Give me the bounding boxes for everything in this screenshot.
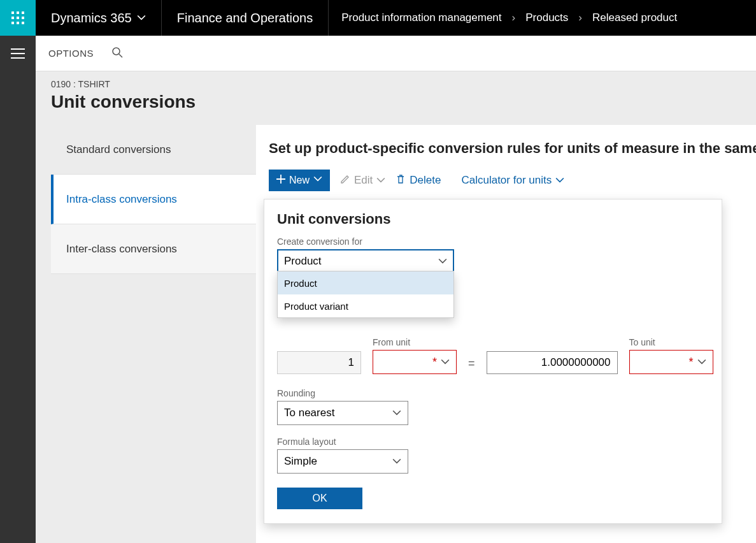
svg-rect-4 <box>17 17 19 19</box>
svg-point-12 <box>113 48 120 55</box>
page-title: Unit conversions <box>51 92 756 112</box>
svg-rect-11 <box>11 57 25 59</box>
chevron-right-icon: › <box>512 11 516 24</box>
dropdown-option-product[interactable]: Product <box>278 272 453 294</box>
dropdown-option-product-variant[interactable]: Product variant <box>278 294 453 317</box>
svg-line-13 <box>119 54 122 57</box>
chevron-down-icon <box>438 257 447 266</box>
brand-label: Dynamics 365 <box>51 11 132 25</box>
search-icon <box>111 47 123 58</box>
search-button[interactable] <box>111 47 123 61</box>
rounding-select[interactable]: To nearest <box>277 401 408 425</box>
svg-rect-7 <box>17 22 19 24</box>
svg-rect-10 <box>11 53 25 54</box>
unit-conversion-popup: Unit conversions Create conversion for P… <box>264 199 722 524</box>
svg-rect-5 <box>22 17 24 19</box>
required-icon: * <box>689 356 694 369</box>
chevron-down-icon <box>555 176 564 185</box>
plus-icon <box>276 175 285 186</box>
pencil-icon <box>340 174 350 187</box>
factor-left-input[interactable] <box>277 351 361 374</box>
svg-rect-3 <box>11 17 14 19</box>
trash-icon <box>396 174 406 187</box>
to-unit-label: To unit <box>629 337 713 347</box>
tab-inter-class-conversions[interactable]: Inter-class conversions <box>51 224 256 274</box>
record-id: 0190 : TSHIRT <box>51 79 756 89</box>
breadcrumb-item[interactable]: Released product <box>592 11 677 24</box>
svg-rect-0 <box>11 11 14 14</box>
rounding-label: Rounding <box>277 388 709 398</box>
from-unit-label: From unit <box>373 337 457 347</box>
create-for-label: Create conversion for <box>277 236 709 247</box>
chevron-down-icon <box>137 11 146 25</box>
popup-title: Unit conversions <box>277 211 709 228</box>
edit-button[interactable]: Edit <box>340 174 385 187</box>
equals-sign: = <box>468 357 475 374</box>
chevron-right-icon: › <box>578 11 582 24</box>
factor-right-input[interactable] <box>487 351 618 374</box>
module-label: Finance and Operations <box>162 0 329 36</box>
chevron-down-icon <box>392 457 401 466</box>
nav-toggle[interactable] <box>0 36 36 71</box>
hamburger-icon <box>11 48 25 59</box>
breadcrumb: Product information management › Product… <box>329 0 756 36</box>
required-icon: * <box>432 356 437 369</box>
chevron-down-icon <box>697 358 706 366</box>
brand-menu[interactable]: Dynamics 365 <box>36 0 162 36</box>
breadcrumb-item[interactable]: Products <box>525 11 568 24</box>
create-for-dropdown: Product Product variant <box>277 271 454 318</box>
svg-rect-1 <box>17 11 19 14</box>
breadcrumb-item[interactable]: Product information management <box>341 11 501 24</box>
panel-heading: Set up product-specific conversion rules… <box>269 140 756 157</box>
svg-rect-8 <box>22 22 24 24</box>
tab-intra-class-conversions[interactable]: Intra-class conversions <box>51 175 256 224</box>
chevron-down-icon <box>313 175 322 186</box>
to-unit-select[interactable]: * <box>629 350 713 374</box>
delete-button[interactable]: Delete <box>396 174 441 187</box>
new-button[interactable]: New <box>269 170 330 191</box>
create-for-select[interactable]: Product <box>277 249 454 273</box>
calculator-button[interactable]: Calculator for units <box>461 174 564 187</box>
svg-rect-9 <box>11 48 25 50</box>
from-unit-select[interactable]: * <box>373 350 457 374</box>
app-launcher[interactable] <box>0 0 36 36</box>
chevron-down-icon <box>441 358 450 366</box>
svg-rect-6 <box>11 22 14 24</box>
chevron-down-icon <box>392 409 401 417</box>
waffle-icon <box>11 11 24 24</box>
tab-standard-conversions[interactable]: Standard conversions <box>51 125 256 175</box>
chevron-down-icon <box>376 176 385 185</box>
formula-layout-select[interactable]: Simple <box>277 449 408 474</box>
options-menu[interactable]: OPTIONS <box>48 48 94 59</box>
formula-layout-label: Formula layout <box>277 437 709 447</box>
svg-rect-2 <box>22 11 24 14</box>
ok-button[interactable]: OK <box>277 488 362 509</box>
